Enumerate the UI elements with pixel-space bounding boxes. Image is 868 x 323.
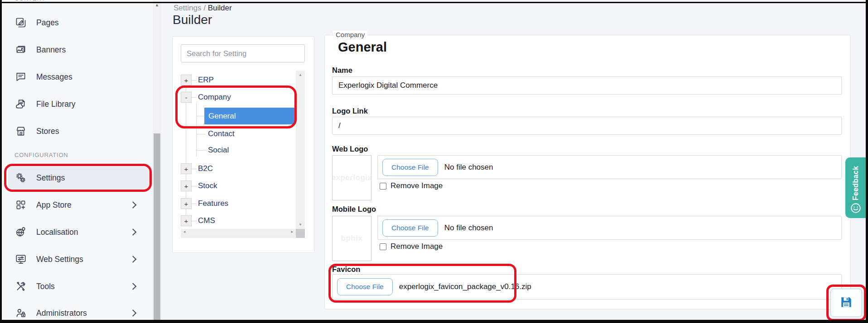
scroll-up-icon[interactable]: ▲ [296, 73, 305, 77]
chevron-right-icon [130, 283, 137, 290]
favicon-choose-file-button[interactable]: Choose File [337, 278, 393, 295]
mobile-logo-remove-checkbox[interactable] [380, 243, 386, 250]
sidebar-item-label: Stores [36, 127, 59, 136]
save-floppy-icon [839, 295, 854, 311]
tree-item-general-selected[interactable]: General [204, 108, 295, 124]
web-settings-icon [14, 252, 28, 266]
remove-image-label: Remove Image [391, 242, 443, 251]
name-field[interactable] [332, 76, 842, 95]
mobile-logo-label: Mobile Logo [332, 205, 376, 214]
tree-item-features[interactable]: Features [198, 197, 228, 210]
mobile-logo-file-status: No file chosen [444, 223, 493, 233]
messages-icon [14, 70, 28, 84]
mobile-logo-file-row: Choose File No file chosen [377, 216, 842, 240]
tree-connector [192, 80, 197, 81]
tree-connector [196, 116, 204, 116]
tree-item-company[interactable]: Company [198, 91, 231, 104]
sidebar: CONTENT Pages Banners Messages File Libr… [2, 0, 153, 321]
pages-icon [14, 16, 28, 29]
favicon-file-name: experlogix_favicon_package_v0.16.zip [399, 282, 531, 291]
chevron-right-icon [130, 309, 137, 317]
breadcrumb-current: Builder [208, 4, 232, 12]
scroll-right-icon[interactable]: ► [290, 230, 294, 234]
sidebar-item-tools[interactable]: Tools [2, 280, 153, 293]
tree-connector [192, 204, 197, 204]
tree-vertical-scrollbar[interactable]: ▲ ▼ [296, 71, 305, 229]
sidebar-item-label: Messages [36, 72, 72, 82]
tools-icon [14, 280, 28, 293]
sidebar-item-label: Tools [36, 282, 55, 291]
sidebar-item-stores[interactable]: Stores [2, 124, 153, 138]
tree-horizontal-scrollbar[interactable]: ◄ ► [181, 229, 296, 238]
tree-expander[interactable]: - [181, 92, 192, 103]
tree-item-stock[interactable]: Stock [198, 180, 217, 192]
page-scrollbar-thumb[interactable] [154, 133, 160, 321]
tree-connector [192, 97, 197, 98]
sidebar-item-app-store[interactable]: App Store [2, 198, 153, 212]
page-title: Builder [173, 13, 212, 27]
tree-connector [196, 150, 206, 151]
scroll-up-icon[interactable]: ▲ [153, 3, 161, 7]
sidebar-item-settings[interactable]: Settings [2, 171, 153, 185]
mobile-logo-choose-file-button[interactable]: Choose File [382, 219, 438, 237]
sidebar-item-administrators[interactable]: Administrators [2, 306, 153, 320]
tree-expander[interactable]: + [181, 198, 192, 209]
scrollbar-corner [296, 229, 305, 238]
save-button[interactable] [830, 289, 862, 317]
sidebar-item-file-library[interactable]: File Library [2, 97, 153, 111]
tree-connector [192, 221, 197, 221]
tree-expander[interactable]: + [181, 215, 192, 226]
sidebar-item-label: File Library [36, 100, 76, 109]
file-library-icon [14, 97, 28, 111]
localisation-icon [14, 225, 28, 239]
form-heading: General [338, 40, 387, 55]
search-input[interactable] [181, 44, 305, 62]
screenshot-border-bottom [0, 320, 868, 323]
tree-expander[interactable]: + [181, 180, 192, 191]
web-logo-remove-checkbox[interactable] [380, 183, 386, 190]
tree-expander[interactable]: + [181, 75, 192, 86]
name-label: Name [332, 66, 352, 75]
breadcrumb-parent[interactable]: Settings [174, 4, 201, 12]
tree-connector [186, 86, 186, 215]
scroll-down-icon[interactable]: ▼ [296, 223, 305, 227]
chevron-right-icon [130, 228, 137, 236]
tree-item-cms[interactable]: CMS [198, 214, 215, 227]
sidebar-item-pages[interactable]: Pages [2, 16, 153, 29]
tree-expander[interactable]: + [181, 163, 192, 174]
logo-link-label: Logo Link [332, 107, 368, 115]
favicon-label: Favicon [332, 265, 360, 274]
tree-item-b2c[interactable]: B2C [198, 162, 213, 175]
sidebar-item-label: Settings [36, 173, 65, 183]
tree-connector [192, 169, 197, 169]
banners-icon [14, 43, 28, 57]
sidebar-item-label: App Store [36, 200, 72, 210]
tree-connector [196, 134, 206, 134]
logo-link-field[interactable] [332, 117, 842, 135]
favicon-file-row: Choose File experlogix_favicon_package_v… [332, 274, 842, 299]
tree-connector [192, 186, 197, 186]
feedback-tab-label: Feedback [852, 166, 860, 200]
sidebar-item-web-settings[interactable]: Web Settings [2, 252, 153, 266]
breadcrumb-separator: / [203, 4, 207, 12]
mobile-logo-remove-row: Remove Image [380, 242, 443, 251]
stores-icon [14, 124, 28, 138]
sidebar-section-configuration: CONFIGURATION [14, 152, 68, 158]
tree-connector [196, 103, 197, 157]
sidebar-item-label: Banners [36, 45, 66, 55]
sidebar-item-localisation[interactable]: Localisation [2, 225, 153, 239]
tree-item-social[interactable]: Social [208, 144, 229, 157]
sidebar-item-label: Localisation [36, 228, 78, 237]
page-scrollbar[interactable]: ▲ [153, 1, 161, 321]
remove-image-label: Remove Image [391, 181, 443, 190]
settings-tree-card: + ERP - Company General Contact Social +… [172, 36, 314, 253]
tree-item-contact[interactable]: Contact [208, 128, 235, 140]
feedback-tab[interactable]: Feedback [845, 157, 866, 218]
web-logo-file-status: No file chosen [444, 163, 493, 172]
web-logo-choose-file-button[interactable]: Choose File [382, 159, 438, 176]
tree-item-erp[interactable]: ERP [198, 74, 214, 86]
settings-icon [14, 171, 28, 185]
sidebar-item-messages[interactable]: Messages [2, 70, 153, 84]
scroll-left-icon[interactable]: ◄ [183, 230, 186, 234]
sidebar-item-banners[interactable]: Banners [2, 43, 153, 57]
